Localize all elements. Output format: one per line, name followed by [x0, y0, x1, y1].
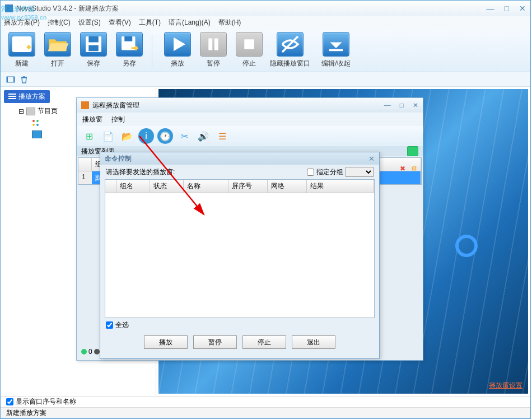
svg-rect-10 [329, 49, 343, 52]
cut-window-icon[interactable]: ✂ [176, 128, 192, 144]
svg-rect-8 [244, 39, 254, 49]
svg-rect-5 [124, 36, 132, 41]
assign-group-label: 指定分组 [316, 167, 343, 177]
film-icon[interactable] [6, 75, 15, 84]
dlg1-menu-playwindow[interactable]: 播放窗 [82, 115, 102, 124]
col-blank [78, 158, 92, 171]
new-button[interactable]: 新建 [5, 31, 39, 69]
sub-toolbar [1, 72, 530, 87]
dlg2-list-header: 组名 状态 名称 屏序号 网络 结果 [105, 180, 374, 193]
hide-window-button[interactable]: 隐藏播放窗口 [268, 31, 312, 69]
svg-rect-12 [7, 77, 8, 82]
dlg2-prompt: 请选择要发送的播放窗: [106, 167, 175, 177]
svg-rect-11 [7, 77, 15, 82]
dlg2-buttons: 播放 暂停 停止 退出 [100, 332, 379, 352]
dlg1-icon [81, 101, 89, 109]
maximize-button[interactable]: □ [505, 4, 509, 13]
edit-collapse-button[interactable]: 编辑/收起 [314, 31, 358, 69]
dlg1-maximize[interactable]: □ [400, 101, 404, 109]
dlg1-menu-control[interactable]: 控制 [111, 115, 125, 124]
window-icon [32, 130, 42, 138]
dlg2-stop-button[interactable]: 停止 [242, 335, 286, 349]
svg-rect-7 [214, 39, 218, 50]
svg-line-9 [282, 36, 298, 52]
clock-icon[interactable]: 🕐 [157, 128, 173, 144]
svg-rect-3 [88, 45, 99, 52]
app-icon [5, 4, 13, 12]
svg-rect-6 [208, 39, 212, 50]
group-select[interactable] [346, 167, 374, 177]
menu-control[interactable]: 控制(C) [48, 18, 71, 27]
close-button[interactable]: ✕ [519, 4, 526, 13]
green-dot-icon [81, 349, 87, 354]
playwindow-settings-link[interactable]: 播放窗设置 [489, 381, 522, 390]
minimize-button[interactable]: — [487, 4, 494, 13]
info-icon[interactable]: i [138, 128, 154, 144]
statusbar: 新建播放方案 [1, 407, 530, 418]
menu-settings[interactable]: 设置(S) [78, 18, 101, 27]
menu-view[interactable]: 查看(V) [109, 18, 131, 27]
svg-rect-13 [13, 77, 15, 82]
dlg2-exit-button[interactable]: 退出 [292, 335, 335, 349]
stop-button[interactable]: 停止 [232, 31, 266, 69]
add-page-icon[interactable]: 📄 [100, 128, 116, 144]
dlg1-menubar: 播放窗 控制 [77, 113, 423, 126]
menubar: 播放方案(P) 控制(C) 设置(S) 查看(V) 工具(T) 语言(Lang)… [1, 16, 530, 29]
window-title: NovaStudio V3.4.2 - 新建播放方案 [16, 4, 487, 13]
list-icon[interactable]: ☰ [214, 128, 230, 144]
trash-icon[interactable] [20, 75, 29, 84]
show-index-label: 显示窗口序号和名称 [16, 397, 76, 407]
preview-logo-icon [455, 235, 478, 257]
grid-icon [32, 119, 42, 127]
footer-options: 显示窗口序号和名称 [1, 396, 530, 407]
assign-group-checkbox[interactable] [307, 169, 314, 176]
dlg2-titlebar: 命令控制 ✕ [100, 152, 379, 165]
save-button[interactable]: 保存 [77, 31, 110, 69]
dlg2-close[interactable]: ✕ [368, 155, 375, 163]
open-button[interactable]: 打开 [41, 31, 74, 69]
menu-plan[interactable]: 播放方案(P) [4, 18, 40, 27]
svg-rect-2 [88, 36, 99, 43]
refresh-icon[interactable] [407, 146, 418, 156]
saveas-button[interactable]: 另存 [113, 31, 146, 69]
dlg2-list: 组名 状态 名称 屏序号 网络 结果 [105, 179, 375, 318]
pause-button[interactable]: 暂停 [197, 31, 230, 69]
dlg1-minimize[interactable]: — [384, 101, 391, 109]
status-text: 新建播放方案 [6, 408, 46, 418]
film-icon [26, 108, 35, 115]
tree-root[interactable]: 播放方案 [4, 90, 50, 103]
dlg2-prompt-row: 请选择要发送的播放窗: 指定分组 [100, 165, 379, 179]
dlg2-title: 命令控制 [105, 154, 368, 164]
main-toolbar: 新建 打开 保存 另存 播放 暂停 停止 隐藏播放窗口 编辑/收起 [1, 29, 530, 72]
menu-tools[interactable]: 工具(T) [139, 18, 161, 27]
row-delete-icon[interactable]: ✖ [398, 164, 407, 173]
toolbar-separator [152, 35, 155, 66]
dlg1-title: 远程播放窗管理 [92, 101, 384, 110]
select-all-label: 全选 [115, 320, 129, 330]
select-all-checkbox[interactable] [106, 321, 113, 329]
play-button[interactable]: 播放 [161, 31, 194, 69]
dlg1-toolbar: ⊞ 📄 📂 i 🕐 ✂ 🔊 ☰ [77, 126, 423, 146]
menu-help[interactable]: 帮助(H) [218, 18, 241, 27]
titlebar: NovaStudio V3.4.2 - 新建播放方案 — □ ✕ [1, 1, 530, 16]
dlg1-titlebar: 远程播放窗管理 — □ ✕ [77, 98, 423, 113]
add-window-icon[interactable]: ⊞ [81, 128, 97, 144]
show-index-checkbox[interactable] [6, 398, 13, 405]
open-folder-icon[interactable]: 📂 [119, 128, 135, 144]
command-control-dialog: 命令控制 ✕ 请选择要发送的播放窗: 指定分组 组名 状态 名称 屏序号 网络 … [100, 152, 380, 359]
select-all-row: 全选 [100, 318, 379, 332]
dlg2-pause-button[interactable]: 暂停 [193, 335, 237, 349]
black-dot-icon [94, 349, 100, 354]
sound-icon[interactable]: 🔊 [195, 128, 211, 144]
dlg2-play-button[interactable]: 播放 [144, 335, 188, 349]
row-settings-icon[interactable]: ⚙ [409, 164, 418, 173]
dlg1-close[interactable]: ✕ [413, 101, 418, 109]
menu-lang[interactable]: 语言(Lang)(A) [169, 18, 211, 27]
